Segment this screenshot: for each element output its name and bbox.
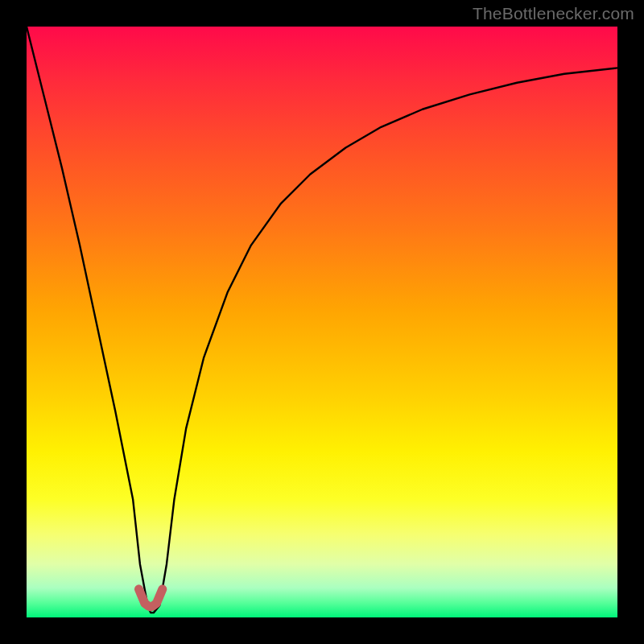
plot-area xyxy=(27,27,617,617)
marker-dip xyxy=(138,589,162,607)
bottleneck-curve xyxy=(27,27,617,613)
chart-frame: TheBottlenecker.com xyxy=(0,0,644,644)
watermark-text: TheBottlenecker.com xyxy=(473,4,634,23)
chart-svg xyxy=(27,27,617,617)
